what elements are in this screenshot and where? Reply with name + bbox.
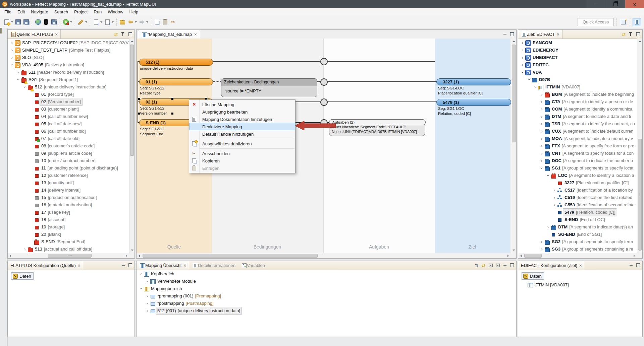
- context-menu-item[interactable]: × Lösche Mapping: [189, 101, 295, 108]
- tree-item[interactable]: MOA[A segment to indicate a monetary v: [518, 135, 637, 142]
- daten-item[interactable]: Daten: [522, 272, 544, 280]
- tree-item[interactable]: Mappingbereich: [137, 285, 516, 292]
- maximize-editor-icon[interactable]: [509, 31, 515, 37]
- tree-item-label[interactable]: COM[A segment to identify a communica: [550, 105, 634, 113]
- filter-icon[interactable]: [628, 31, 634, 37]
- expander-icon[interactable]: [145, 307, 150, 315]
- tree-item[interactable]: 02[Version number]: [8, 98, 129, 106]
- mapping-line[interactable]: [326, 81, 437, 82]
- tree-item-label[interactable]: EDITEC: [531, 61, 550, 69]
- tree-item[interactable]: 06[call off number old]: [8, 128, 129, 135]
- source-tree-vscrollbar[interactable]: [129, 39, 135, 253]
- tree-item[interactable]: IFTMIN[VDA007]: [518, 83, 637, 91]
- tree-item[interactable]: UNEDIFACT: [518, 54, 637, 61]
- context-menu-item[interactable]: ✂ Ausschneiden: [189, 150, 295, 157]
- minimize-view-icon[interactable]: [628, 262, 634, 268]
- expander-icon[interactable]: [520, 69, 525, 76]
- tree-item-label[interactable]: 02[Version number]: [40, 98, 83, 106]
- tree-item[interactable]: CUX[A segment to indicate default curren: [518, 128, 637, 135]
- tree-item[interactable]: C519[Identification the first related: [518, 194, 637, 201]
- tree-item-label[interactable]: SG1[Segment Gruppe 1]: [27, 76, 80, 84]
- tree-item[interactable]: DOC[A segment to indicate the number o: [518, 157, 637, 164]
- close-window-button[interactable]: x: [625, 0, 644, 8]
- tree-item[interactable]: 01[Record type]: [8, 91, 129, 98]
- maximize-view-icon[interactable]: [127, 262, 133, 268]
- mapping-handle[interactable]: [320, 58, 328, 65]
- back-button[interactable]: [126, 18, 135, 26]
- expander-icon[interactable]: [22, 246, 27, 253]
- paste-button[interactable]: [161, 18, 169, 26]
- tree-item-label[interactable]: 19[storage]: [40, 223, 66, 231]
- tree-item[interactable]: EDITEC: [518, 61, 637, 69]
- menu-item[interactable]: Help: [126, 8, 141, 15]
- tree-item[interactable]: SG-END[End of SG1]: [518, 231, 637, 238]
- link-with-editor-icon[interactable]: ⇄: [621, 31, 627, 37]
- tree-item[interactable]: 513[accrual and call off data]: [8, 246, 129, 253]
- quick-access-box[interactable]: Quick Access: [578, 18, 614, 26]
- tree-item[interactable]: DTM[A segment to indicate date(s) an: [518, 223, 637, 231]
- tree-item-label[interactable]: 512[unique delivery instruction data]: [33, 83, 108, 91]
- minimize-editor-icon[interactable]: [502, 31, 508, 37]
- expander-icon[interactable]: [552, 187, 557, 194]
- tree-item-label[interactable]: 05[call off date new]: [40, 120, 83, 128]
- dropdown-caret-icon[interactable]: [70, 21, 72, 23]
- tree-item-label[interactable]: 03[customer plant]: [40, 105, 80, 113]
- tree-item-label[interactable]: FTX[A segment to specify free form or pr…: [550, 142, 636, 150]
- expander-icon[interactable]: [10, 47, 14, 54]
- dropdown-caret-icon[interactable]: [100, 21, 102, 23]
- save-all-button[interactable]: [22, 18, 30, 26]
- expander-icon[interactable]: [145, 292, 150, 300]
- tree-item-label[interactable]: 20[Blank]: [40, 230, 63, 238]
- expander-icon[interactable]: [520, 54, 525, 61]
- tree-item[interactable]: SLO[SLO]: [8, 54, 129, 61]
- context-menu-item[interactable]: [189, 147, 295, 150]
- tree-item-label[interactable]: 512 (001)[unique delivery instruction da…: [156, 307, 242, 315]
- expander-icon[interactable]: [533, 83, 538, 91]
- expander-icon[interactable]: [539, 120, 544, 128]
- tree-item-label[interactable]: VDA: [531, 68, 543, 76]
- expander-icon[interactable]: [139, 285, 143, 292]
- tree-item[interactable]: SIMPLE_TEST_FLATP[Simple Test Flatplus]: [8, 47, 129, 54]
- tree-item-label[interactable]: VDA_4905[Delivery instruction]: [20, 61, 86, 69]
- source-node-pill[interactable]: 512 (1): [139, 59, 213, 66]
- source-node-pill[interactable]: 01 (1): [139, 78, 213, 85]
- target-node[interactable]: 5479 (1) Seg: SG1-LOC Relation, coded [C…: [435, 99, 510, 116]
- marker-button[interactable]: [77, 18, 85, 26]
- tree-item[interactable]: SG2[A group of segments to specify term: [518, 238, 637, 246]
- expander-icon[interactable]: [22, 83, 27, 91]
- tree-item[interactable]: 3227[Place/location qualifier [C]]: [518, 179, 637, 187]
- expander-icon[interactable]: [539, 150, 544, 157]
- tree-item-label[interactable]: EDIENERGY: [531, 46, 560, 54]
- tree-item[interactable]: EDIENERGY: [518, 47, 637, 54]
- tree-item-label[interactable]: DOC[A segment to indicate the number o: [550, 157, 635, 165]
- expander-icon[interactable]: [539, 106, 544, 113]
- tree-item-label[interactable]: 13[quantity unit]: [40, 179, 75, 187]
- close-tab-icon[interactable]: ×: [183, 263, 186, 268]
- mapping-perspective-button[interactable]: [633, 18, 641, 26]
- tree-item-label[interactable]: 09[supplier's article code]: [40, 149, 94, 157]
- tree-item-label[interactable]: CUX[A segment to indicate default curren: [550, 127, 635, 135]
- tree-item[interactable]: SAP_PRICECATALOGUE02[SAP IDOC PRICAT 02(…: [8, 39, 129, 47]
- context-menu-item[interactable]: Ausgewähltes dublizieren: [189, 140, 295, 147]
- source-node[interactable]: 512 (1) unique delivery instruction data: [137, 59, 212, 71]
- tree-item-label[interactable]: CTA[A segment to identify a person or de: [550, 98, 635, 106]
- tree-item[interactable]: 5479[Relation, coded [C]]: [518, 209, 637, 216]
- tree-item[interactable]: 512[unique delivery instruction data]: [8, 83, 129, 91]
- web-browser-button[interactable]: [34, 18, 42, 26]
- mapping-line[interactable]: [207, 61, 320, 62]
- mapping-handle[interactable]: [320, 98, 328, 106]
- context-menu-item[interactable]: Einfügen: [189, 164, 295, 172]
- close-tab-icon[interactable]: ×: [557, 32, 559, 37]
- minimize-view-icon[interactable]: [502, 262, 508, 268]
- tree-item[interactable]: LOC[A segment to identify a location a: [518, 172, 637, 179]
- tree-item-label[interactable]: 513[accrual and call off data]: [33, 245, 94, 253]
- open-perspective-button[interactable]: [619, 18, 628, 26]
- tree-item[interactable]: TSR[A segment to identify the contract, …: [518, 120, 637, 128]
- expander-icon[interactable]: [145, 278, 150, 285]
- target-tree-hscrollbar[interactable]: [518, 253, 637, 258]
- dropdown-caret-icon[interactable]: [11, 21, 13, 23]
- tree-item[interactable]: 08[customer's article code]: [8, 142, 129, 150]
- target-node[interactable]: 3227 (1) Seg: SG1-LOC Place/location qua…: [435, 78, 510, 95]
- tree-item-label[interactable]: D97B: [537, 76, 552, 84]
- tree-item-label[interactable]: 12[customer reference]: [40, 171, 90, 180]
